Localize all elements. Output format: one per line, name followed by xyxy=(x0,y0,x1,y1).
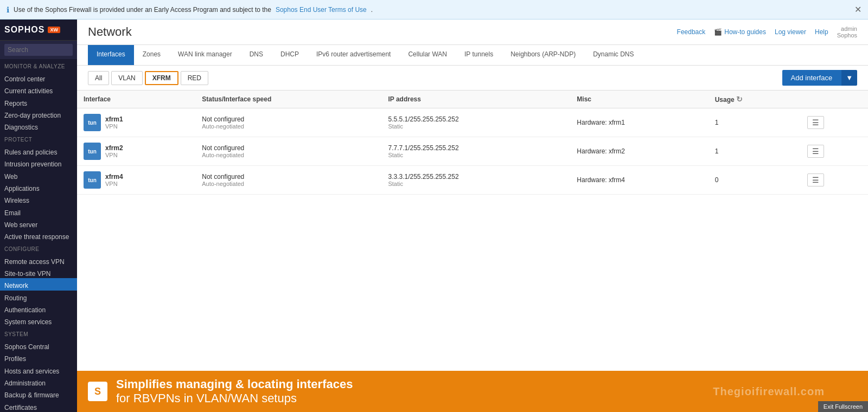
interface-name: xfrm4 xyxy=(105,173,123,181)
interface-icon: tun xyxy=(84,143,101,160)
sidebar-item-profiles[interactable]: Profiles xyxy=(0,351,77,363)
sidebar-item-web-server[interactable]: Web server xyxy=(0,217,77,229)
ip-address: 3.3.3.1/255.255.255.252 xyxy=(388,173,564,181)
col-interface: Interface xyxy=(77,91,195,108)
sidebar-item-active-threat[interactable]: Active threat response xyxy=(0,229,77,241)
tab-zones[interactable]: Zones xyxy=(134,45,169,65)
sidebar-item-system-services[interactable]: System services xyxy=(0,314,77,326)
filter-xfrm[interactable]: XFRM xyxy=(145,71,178,85)
sidebar-item-email[interactable]: Email xyxy=(0,205,77,217)
col-ip: IP address xyxy=(381,91,570,108)
add-interface-button[interactable]: Add interface xyxy=(782,70,841,86)
status-text: Not configured xyxy=(202,144,375,152)
filter-vlan[interactable]: VLAN xyxy=(111,71,142,85)
info-icon: ℹ xyxy=(7,5,9,14)
tab-cellular-wan[interactable]: Cellular WAN xyxy=(399,45,456,65)
content-area: Network Feedback 🎬 How-to guides Log vie… xyxy=(77,20,868,412)
row-menu-button[interactable]: ☰ xyxy=(807,173,824,186)
tab-ipv6-router[interactable]: IPv6 router advertisement xyxy=(308,45,399,65)
refresh-icon[interactable]: ↻ xyxy=(736,95,743,104)
sophos-logo-text: SOPHOS xyxy=(4,25,44,35)
sidebar-search-container xyxy=(0,41,77,59)
tab-dhcp[interactable]: DHCP xyxy=(272,45,308,65)
sidebar-item-certificates[interactable]: Certificates xyxy=(0,400,77,412)
cell-ip: 3.3.3.1/255.255.255.252 Static xyxy=(381,166,570,195)
sidebar-item-site-vpn[interactable]: Site-to-site VPN xyxy=(0,266,77,278)
speed-text: Auto-negotiated xyxy=(202,123,375,130)
cell-row-menu: ☰ xyxy=(801,108,868,137)
sidebar-logo: SOPHOS XW xyxy=(0,20,77,41)
admin-label: admin xyxy=(837,25,857,32)
page-title: Network xyxy=(88,25,132,39)
banner-watermark: Thegioifirewall.com xyxy=(713,385,825,398)
row-menu-button[interactable]: ☰ xyxy=(807,145,824,158)
cell-usage: 1 xyxy=(709,108,801,137)
cell-ip: 5.5.5.1/255.255.255.252 Static xyxy=(381,108,570,137)
col-status: Status/Interface speed xyxy=(195,91,381,108)
banner-text-line2: for RBVPNs in VLAN/WAN setups xyxy=(116,391,297,405)
tabs-bar: Interfaces Zones WAN link manager DNS DH… xyxy=(77,45,868,66)
cell-interface: tun xfrm1 VPN xyxy=(77,108,195,137)
help-link[interactable]: Help xyxy=(815,28,828,36)
bottom-banner: S Simplifies managing & locating interfa… xyxy=(77,371,868,412)
section-monitor-label: MONITOR & ANALYZE xyxy=(0,59,77,72)
filter-all[interactable]: All xyxy=(88,71,109,85)
sophos-badge: XW xyxy=(48,27,60,33)
sidebar-item-sophos-central[interactable]: Sophos Central xyxy=(0,339,77,351)
tab-dynamic-dns[interactable]: Dynamic DNS xyxy=(584,45,642,65)
section-configure-label: CONFIGURE xyxy=(0,242,77,254)
sidebar-item-authentication[interactable]: Authentication xyxy=(0,302,77,314)
tab-neighbors[interactable]: Neighbors (ARP-NDP) xyxy=(502,45,584,65)
sidebar-item-routing[interactable]: Routing xyxy=(0,291,77,302)
sidebar-item-rules[interactable]: Rules and policies xyxy=(0,145,77,157)
exit-fullscreen-button[interactable]: Exit Fullscreen xyxy=(818,401,868,412)
sidebar-item-administration[interactable]: Administration xyxy=(0,376,77,388)
interfaces-table-container: Interface Status/Interface speed IP addr… xyxy=(77,91,868,371)
sidebar-item-applications[interactable]: Applications xyxy=(0,181,77,193)
tab-interfaces[interactable]: Interfaces xyxy=(88,45,134,65)
status-text: Not configured xyxy=(202,173,375,181)
howto-link[interactable]: 🎬 How-to guides xyxy=(714,28,766,36)
sidebar-item-intrusion[interactable]: Intrusion prevention xyxy=(0,157,77,169)
sidebar-item-web[interactable]: Web xyxy=(0,169,77,181)
ip-address: 5.5.5.1/255.255.255.252 xyxy=(388,115,564,123)
sidebar-item-control-center[interactable]: Control center xyxy=(0,72,77,83)
sidebar-item-network[interactable]: Network xyxy=(0,278,77,290)
sidebar-item-reports[interactable]: Reports xyxy=(0,96,77,108)
interface-name: xfrm1 xyxy=(105,115,123,123)
feedback-link[interactable]: Feedback xyxy=(677,28,706,36)
ip-address: 7.7.7.1/255.255.255.252 xyxy=(388,144,564,152)
sidebar-item-diagnostics[interactable]: Diagnostics xyxy=(0,120,77,132)
close-icon[interactable]: ✕ xyxy=(854,4,861,15)
tab-wan-link-manager[interactable]: WAN link manager xyxy=(169,45,241,65)
search-input[interactable] xyxy=(4,44,73,56)
row-menu-button[interactable]: ☰ xyxy=(807,116,824,129)
tab-ip-tunnels[interactable]: IP tunnels xyxy=(456,45,502,65)
speed-text: Auto-negotiated xyxy=(202,152,375,158)
admin-info: admin Sophos xyxy=(837,25,857,38)
cell-row-menu: ☰ xyxy=(801,166,868,195)
tab-dns[interactable]: DNS xyxy=(241,45,272,65)
sidebar-item-backup-firmware[interactable]: Backup & firmware xyxy=(0,388,77,400)
sidebar-item-wireless[interactable]: Wireless xyxy=(0,193,77,205)
table-row: tun xfrm1 VPN Not configured Auto-negoti… xyxy=(77,108,868,137)
filter-red[interactable]: RED xyxy=(181,71,208,85)
status-text: Not configured xyxy=(202,115,375,123)
col-misc: Misc xyxy=(570,91,708,108)
add-interface-dropdown-button[interactable]: ▼ xyxy=(841,70,857,86)
interface-type: VPN xyxy=(105,123,123,130)
sidebar-item-zero-day[interactable]: Zero-day protection xyxy=(0,108,77,120)
interface-type: VPN xyxy=(105,152,123,158)
interface-name: xfrm2 xyxy=(105,144,123,152)
sidebar-item-hosts-services[interactable]: Hosts and services xyxy=(0,364,77,376)
terms-link[interactable]: Sophos End User Terms of Use xyxy=(276,6,367,14)
cell-status: Not configured Auto-negotiated xyxy=(195,108,381,137)
sidebar-item-current-activities[interactable]: Current activities xyxy=(0,83,77,95)
top-header: Network Feedback 🎬 How-to guides Log vie… xyxy=(77,20,868,45)
info-bar: ℹ Use of the Sophos Firewall is provided… xyxy=(0,0,868,20)
sidebar-item-remote-vpn[interactable]: Remote access VPN xyxy=(0,254,77,266)
logviewer-link[interactable]: Log viewer xyxy=(775,28,806,36)
cell-row-menu: ☰ xyxy=(801,137,868,166)
howto-label: How-to guides xyxy=(724,28,766,36)
cell-interface: tun xfrm4 VPN xyxy=(77,166,195,195)
